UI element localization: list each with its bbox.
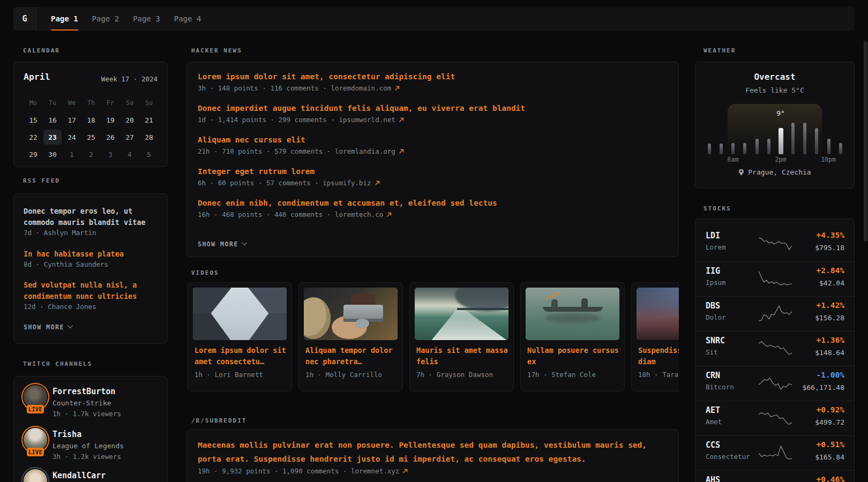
- calendar-date[interactable]: 2: [82, 147, 100, 162]
- stock-name: Dolor: [706, 313, 726, 321]
- calendar-date[interactable]: 1: [63, 147, 81, 162]
- rss-item-title[interactable]: In hac habitasse platea: [24, 248, 159, 260]
- calendar-weekday: Tu: [49, 99, 56, 107]
- video-card[interactable]: Aliquam tempor dolor nec pharetra… 1h · …: [298, 282, 403, 391]
- hacker-news-widget: Lorem ipsum dolor sit amet, consectetur …: [186, 62, 679, 257]
- videos-row: Lorem ipsum dolor sit amet consectetu… 1…: [186, 282, 679, 391]
- temp-bar: [767, 139, 770, 154]
- weather-condition: Overcast: [695, 72, 854, 82]
- tab-page-2[interactable]: Page 2: [92, 7, 119, 31]
- temp-bar-current: [779, 128, 783, 154]
- calendar-date[interactable]: 3: [101, 147, 119, 162]
- twitch-channel[interactable]: LIVE Trisha League of Legends 3h · 1.2k …: [24, 428, 160, 466]
- calendar-date[interactable]: 17: [63, 112, 81, 127]
- video-title[interactable]: Mauris sit amet massa felis: [416, 345, 508, 367]
- calendar-date[interactable]: 21: [140, 112, 158, 127]
- stock-row[interactable]: CCS Consectetur +0.51% $165.84: [695, 435, 854, 470]
- rss-show-more-button[interactable]: SHOW MORE: [24, 323, 73, 331]
- hn-story-title[interactable]: Lorem ipsum dolor sit amet, consectetur …: [198, 72, 668, 81]
- twitch-channel[interactable]: KendallCarr: [24, 469, 160, 482]
- video-byline: 1h · Lori Barnett: [194, 371, 263, 379]
- calendar-date[interactable]: 25: [82, 130, 100, 145]
- calendar-date[interactable]: 4: [121, 147, 139, 162]
- scrollbar-thumb[interactable]: [864, 41, 867, 242]
- stock-row[interactable]: LDI Lorem +4.35% $795.18: [695, 227, 854, 261]
- video-title[interactable]: Nullam posuere cursus ex: [527, 345, 619, 367]
- channel-name[interactable]: Trisha: [53, 430, 81, 439]
- calendar-date[interactable]: 24: [63, 130, 81, 145]
- calendar-weekday: Fr: [107, 99, 114, 107]
- stock-ticker: CRN: [706, 371, 720, 380]
- location-text: Prague, Czechia: [748, 168, 811, 176]
- stock-price: $165.84: [815, 453, 844, 461]
- hn-story-title[interactable]: Integer eget rutrum lorem: [198, 167, 668, 176]
- tab-page-4[interactable]: Page 4: [174, 7, 201, 31]
- rss-item[interactable]: In hac habitasse platea 8d · Cynthia Sau…: [24, 248, 159, 268]
- rss-item[interactable]: Donec tempor eros leo, ut commodo mauris…: [24, 206, 159, 237]
- hn-story-title[interactable]: Aliquam nec cursus elit: [198, 135, 668, 144]
- stock-price: $156.28: [815, 314, 844, 322]
- calendar-widget: April Week 17 · 2024 MoTuWeThFrSaSu15161…: [13, 62, 168, 167]
- app-logo[interactable]: G: [13, 7, 36, 31]
- hn-meta-text: 6h · 60 points · 57 comments · ipsumify.…: [198, 179, 371, 187]
- stock-change: +0.92%: [817, 405, 844, 414]
- calendar-date[interactable]: 29: [24, 147, 42, 162]
- calendar-date[interactable]: 28: [140, 130, 158, 145]
- rss-item[interactable]: Sed volutpat nulla nisl, a condimentum n…: [24, 280, 159, 311]
- hn-story[interactable]: Lorem ipsum dolor sit amet, consectetur …: [198, 72, 668, 92]
- stock-row[interactable]: CRN Bitcorn -1.00% $66,171.48: [695, 366, 854, 401]
- channel-avatar[interactable]: [24, 469, 47, 482]
- video-card[interactable]: Mauris sit amet massa felis 7h · Grayson…: [409, 282, 514, 391]
- tab-label: Page 1: [51, 14, 78, 23]
- calendar-date[interactable]: 27: [121, 130, 139, 145]
- external-link-icon: [402, 469, 408, 474]
- video-title[interactable]: Aliquam tempor dolor nec pharetra…: [305, 345, 398, 367]
- calendar-date[interactable]: 5: [140, 147, 158, 162]
- calendar-date[interactable]: 15: [24, 112, 42, 127]
- stock-row[interactable]: SNRC Sit +1.36% $148.64: [695, 331, 854, 366]
- hn-show-more-button[interactable]: SHOW MORE: [198, 240, 247, 248]
- stock-name: Sit: [706, 348, 718, 356]
- subreddit-section-header: /R/SUBREDDIT: [191, 417, 246, 424]
- calendar-date[interactable]: 22: [24, 130, 42, 145]
- reddit-post-meta: 19h · 9,932 points · 1,090 comments · lo…: [198, 467, 408, 475]
- calendar-date[interactable]: 26: [101, 130, 119, 145]
- rss-item-title[interactable]: Donec tempor eros leo, ut commodo mauris…: [24, 206, 159, 228]
- hn-story[interactable]: Integer eget rutrum lorem 6h · 60 points…: [198, 167, 668, 187]
- stock-ticker: AET: [706, 405, 720, 415]
- tab-page-3[interactable]: Page 3: [133, 7, 160, 31]
- tab-page-1[interactable]: Page 1: [51, 7, 78, 31]
- stock-row[interactable]: DBS Dolor +1.42% $156.28: [695, 296, 854, 331]
- hn-story[interactable]: Aliquam nec cursus elit 21h · 710 points…: [198, 135, 668, 155]
- external-link-icon: [375, 180, 380, 186]
- calendar-date[interactable]: 16: [43, 112, 62, 127]
- calendar-date[interactable]: 30: [43, 147, 62, 162]
- stock-row[interactable]: IIG Ipsum +2.84% $42.04: [695, 261, 854, 296]
- stock-row[interactable]: AHS +0.46%: [695, 470, 854, 482]
- stock-row[interactable]: AET Amet +0.92% $499.72: [695, 401, 854, 435]
- calendar-month: April: [24, 72, 50, 82]
- calendar-date-selected[interactable]: 23: [43, 130, 62, 145]
- hn-story[interactable]: Donec imperdiet augue tincidunt felis al…: [198, 104, 668, 124]
- stock-sparkline: [758, 338, 793, 358]
- twitch-channel[interactable]: LIVE ForrestBurton Counter-Strike 1h · 1…: [24, 385, 160, 424]
- stock-change: +2.84%: [817, 266, 844, 275]
- channel-name[interactable]: ForrestBurton: [53, 387, 115, 396]
- hn-story-meta: 1d · 1,414 points · 299 comments · ipsum…: [198, 116, 668, 124]
- calendar-date[interactable]: 18: [82, 112, 100, 127]
- calendar-date[interactable]: 19: [101, 112, 119, 127]
- video-card[interactable]: Lorem ipsum dolor sit amet consectetu… 1…: [188, 282, 292, 391]
- video-card[interactable]: Nullam posuere cursus ex 17h · Stefan Co…: [520, 282, 625, 391]
- calendar-weekday: Th: [87, 99, 95, 107]
- video-title[interactable]: Suspendisse diam: [638, 345, 679, 367]
- hn-story-title[interactable]: Donec enim nibh, condimentum et accumsan…: [198, 199, 668, 207]
- video-card[interactable]: Suspendisse diam 18h · Tara: [631, 282, 679, 391]
- calendar-date[interactable]: 20: [121, 112, 139, 127]
- reddit-post-title[interactable]: Maecenas mollis pulvinar erat non posuer…: [198, 438, 668, 466]
- rss-item-title[interactable]: Sed volutpat nulla nisl, a condimentum n…: [24, 280, 159, 302]
- chevron-down-icon: [68, 323, 73, 328]
- hn-story[interactable]: Donec enim nibh, condimentum et accumsan…: [198, 199, 668, 219]
- hn-story-title[interactable]: Donec imperdiet augue tincidunt felis al…: [198, 104, 668, 112]
- channel-name[interactable]: KendallCarr: [53, 471, 106, 480]
- video-title[interactable]: Lorem ipsum dolor sit amet consectetu…: [194, 345, 287, 367]
